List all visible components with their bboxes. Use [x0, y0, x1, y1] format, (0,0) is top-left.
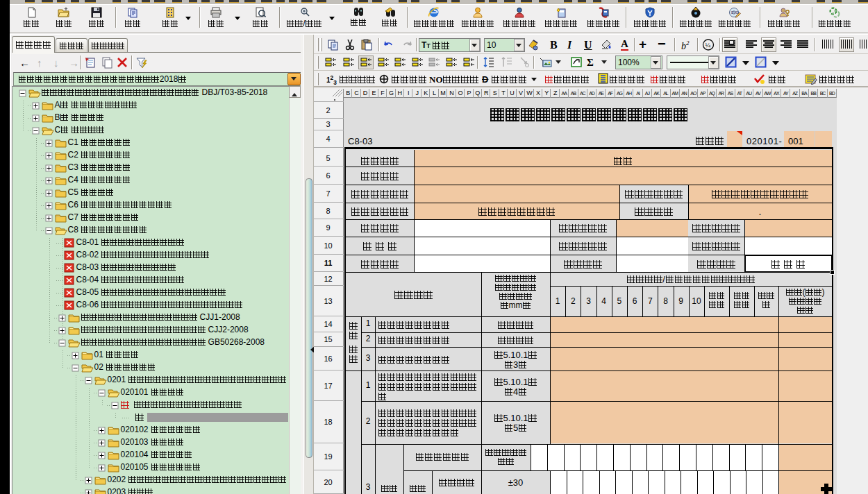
svg-text:¼: ¼	[706, 42, 711, 49]
